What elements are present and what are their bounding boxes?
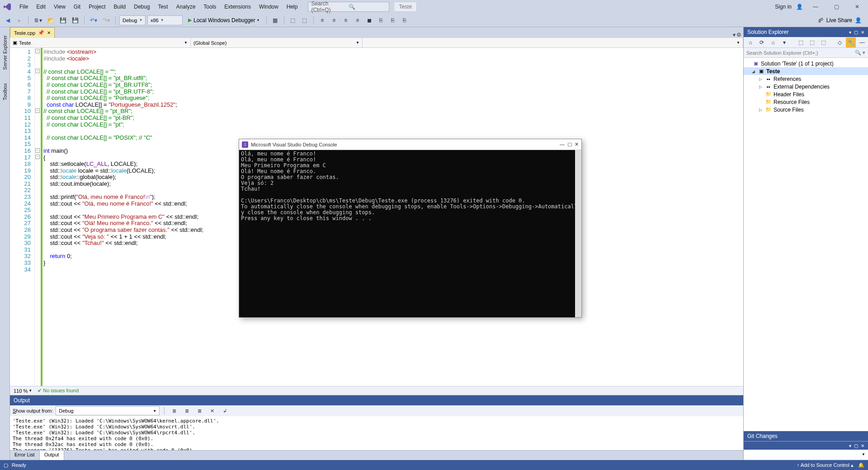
tree-project[interactable]: ◢▣Teste bbox=[744, 67, 868, 75]
menu-help[interactable]: Help bbox=[283, 2, 302, 12]
nav-scope-combo[interactable]: (Global Scope)▼ bbox=[191, 38, 363, 47]
doc-tab-teste[interactable]: Teste.cpp 📌 ✕ bbox=[10, 27, 55, 38]
console-output[interactable]: Olá, meu nome é Franco! Olá, meu nome é … bbox=[239, 150, 581, 317]
menu-debug[interactable]: Debug bbox=[130, 2, 154, 12]
server-explorer-tab[interactable]: Server Explorer bbox=[1, 32, 9, 73]
output-btn-1[interactable]: ≣ bbox=[169, 406, 179, 416]
error-list-tab[interactable]: Error List bbox=[10, 451, 40, 460]
toolbar-icon-11[interactable]: ⎘ bbox=[400, 15, 410, 25]
window-minimize-icon[interactable]: — bbox=[807, 1, 824, 13]
nav-back-button[interactable]: ◀ bbox=[3, 15, 13, 25]
se-btn-3[interactable]: ▾ bbox=[779, 38, 789, 47]
start-debugger-button[interactable]: ▶Local Windows Debugger▾ bbox=[184, 15, 263, 25]
window-close-icon[interactable]: ✕ bbox=[849, 1, 865, 13]
console-close-icon[interactable]: ✕ bbox=[575, 141, 579, 147]
config-dropdown[interactable]: Debug▼ bbox=[119, 15, 146, 25]
console-titlebar[interactable]: ▯ Microsoft Visual Studio Debug Console … bbox=[239, 139, 581, 150]
save-all-button[interactable]: 💾 bbox=[70, 15, 80, 25]
toolbox-tab[interactable]: Toolbox bbox=[1, 80, 9, 104]
nav-project-combo[interactable]: ▣Teste▼ bbox=[10, 38, 191, 47]
pin-icon[interactable]: 📌 bbox=[38, 30, 44, 36]
redo-button[interactable]: ↷▾ bbox=[101, 15, 112, 25]
output-text[interactable]: 'Teste.exe' (Win32): Loaded 'C:\Windows\… bbox=[10, 416, 743, 450]
tree-external-deps[interactable]: ▷▪▪External Dependencies bbox=[744, 83, 868, 90]
menu-edit[interactable]: Edit bbox=[32, 2, 50, 12]
nav-member-combo[interactable]: ▼ bbox=[363, 38, 743, 47]
toolbar-icon-9[interactable]: ⎘ bbox=[376, 15, 386, 25]
liveshare-button[interactable]: Live Share bbox=[826, 17, 852, 24]
toolbar-icon-7[interactable]: ≡ bbox=[353, 15, 363, 25]
tree-references[interactable]: ▷▪▪References bbox=[744, 75, 868, 83]
se-btn-7[interactable]: ◇ bbox=[835, 38, 844, 47]
panel-close-icon[interactable]: ✕ bbox=[861, 30, 864, 35]
output-btn-3[interactable]: ≣ bbox=[194, 406, 204, 416]
toolbar-icon-6[interactable]: ≡ bbox=[341, 15, 351, 25]
toolbar-icon-1[interactable]: ▦ bbox=[270, 15, 280, 25]
global-search-input[interactable]: Search (Ctrl+Q) 🔍 bbox=[308, 2, 389, 12]
menu-project[interactable]: Project bbox=[85, 2, 109, 12]
zoom-level[interactable]: 110 % ▼ bbox=[14, 388, 32, 394]
save-button[interactable]: 💾 bbox=[58, 15, 68, 25]
props-pin-icon[interactable]: ▢ bbox=[854, 443, 858, 448]
menu-view[interactable]: View bbox=[50, 2, 70, 12]
props-dropdown-icon[interactable]: ▾ bbox=[849, 443, 851, 448]
props-close-icon[interactable]: ✕ bbox=[861, 443, 864, 448]
feedback-icon[interactable]: 👤 bbox=[855, 17, 862, 24]
menu-extensions[interactable]: Extensions bbox=[220, 2, 255, 12]
tree-resource-files[interactable]: 📁Resource Files bbox=[744, 98, 868, 106]
output-btn-2[interactable]: ≣ bbox=[182, 406, 192, 416]
se-btn-4[interactable]: ⬚ bbox=[796, 38, 806, 47]
solution-search-input[interactable]: Search Solution Explorer (Ctrl+;)🔍 ▾ bbox=[744, 48, 868, 58]
se-btn-1[interactable]: ⟳ bbox=[757, 38, 767, 47]
se-btn-5[interactable]: ⬚ bbox=[807, 38, 817, 47]
tree-source-files[interactable]: ▷📁Source Files bbox=[744, 106, 868, 113]
se-wrench-icon[interactable]: 🔧 bbox=[846, 38, 856, 47]
tree-header-files[interactable]: 📁Header Files bbox=[744, 90, 868, 98]
output-tab[interactable]: Output bbox=[40, 451, 64, 460]
close-icon[interactable]: ✕ bbox=[47, 30, 51, 35]
signin-link[interactable]: Sign in bbox=[775, 4, 792, 10]
user-icon[interactable]: 👤 bbox=[796, 4, 803, 10]
se-home-icon[interactable]: ⌂ bbox=[745, 38, 755, 47]
window-restore-icon[interactable]: ▢ bbox=[828, 1, 844, 13]
menu-build[interactable]: Build bbox=[110, 2, 130, 12]
panel-pin-icon[interactable]: ▢ bbox=[854, 30, 858, 35]
output-clear-button[interactable]: ✕ bbox=[207, 406, 217, 416]
se-btn-2[interactable]: ⌂ bbox=[768, 38, 778, 47]
panel-dropdown-icon[interactable]: ▾ bbox=[849, 30, 851, 35]
menu-tools[interactable]: Tools bbox=[199, 2, 220, 12]
issues-indicator[interactable]: ✔ No issues found bbox=[38, 388, 79, 394]
output-source-dropdown[interactable]: Debug▼ bbox=[56, 406, 160, 415]
output-wrap-button[interactable]: ↲ bbox=[220, 406, 230, 416]
toolbar-icon-10[interactable]: ⎘ bbox=[388, 15, 398, 25]
properties-dropdown[interactable]: ▼ bbox=[744, 450, 868, 459]
se-btn-8[interactable]: — bbox=[857, 38, 867, 47]
add-source-control-button[interactable]: ↑ Add to Source Control ▴ bbox=[797, 462, 854, 468]
new-project-button[interactable]: 🗎▾ bbox=[32, 15, 44, 25]
platform-dropdown[interactable]: x86▼ bbox=[147, 15, 183, 25]
undo-button[interactable]: ↶▾ bbox=[88, 15, 99, 25]
menu-analyze[interactable]: Analyze bbox=[172, 2, 200, 12]
solution-tree[interactable]: ▣Solution 'Teste' (1 of 1 project) ◢▣Tes… bbox=[744, 58, 868, 431]
console-minimize-icon[interactable]: — bbox=[560, 141, 565, 147]
tab-settings-icon[interactable]: ⚙ bbox=[736, 32, 741, 38]
open-button[interactable]: 📂 bbox=[46, 15, 56, 25]
toolbar-icon-8[interactable]: ◼ bbox=[364, 15, 374, 25]
toolbar-icon-3[interactable]: ⬚ bbox=[300, 15, 310, 25]
menu-window[interactable]: Window bbox=[255, 2, 283, 12]
liveshare-icon[interactable]: ⮳ bbox=[818, 17, 824, 24]
nav-fwd-button[interactable]: ▸ bbox=[14, 15, 24, 25]
toolbar-icon-5[interactable]: ≡ bbox=[329, 15, 339, 25]
toolbar-icon-4[interactable]: ≡ bbox=[317, 15, 327, 25]
se-btn-6[interactable]: ⬚ bbox=[818, 38, 828, 47]
toolbar-icon-2[interactable]: ⬚ bbox=[288, 15, 298, 25]
tab-dropdown-icon[interactable]: ▾ bbox=[733, 32, 736, 38]
notifications-icon[interactable]: 🔔 bbox=[858, 462, 864, 468]
menu-test[interactable]: Test bbox=[154, 2, 172, 12]
git-changes-title[interactable]: Git Changes bbox=[744, 431, 868, 441]
debug-console-window[interactable]: ▯ Microsoft Visual Studio Debug Console … bbox=[239, 139, 582, 318]
tree-solution-root[interactable]: ▣Solution 'Teste' (1 of 1 project) bbox=[744, 60, 868, 67]
menu-git[interactable]: Git bbox=[70, 2, 85, 12]
console-maximize-icon[interactable]: ▢ bbox=[567, 141, 572, 147]
menu-file[interactable]: File bbox=[15, 2, 32, 12]
